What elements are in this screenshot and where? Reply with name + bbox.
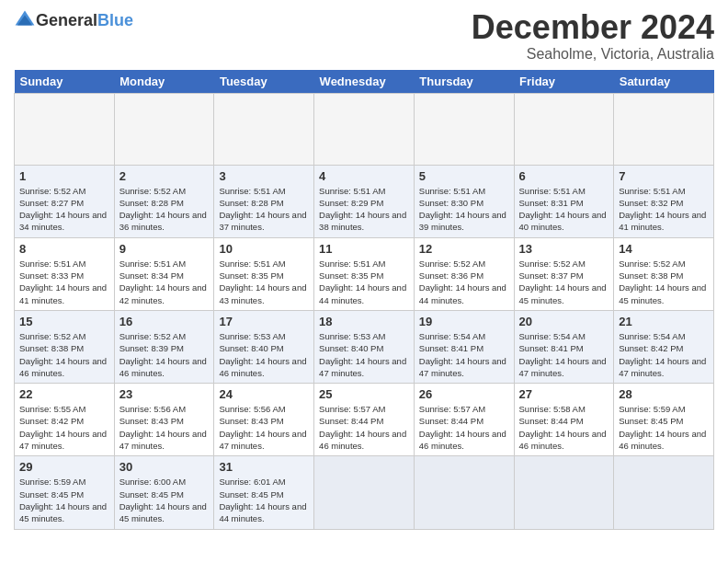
calendar-cell: 12Sunrise: 5:52 AMSunset: 8:36 PMDayligh… [414, 237, 514, 310]
day-number: 25 [319, 387, 409, 401]
day-info: Sunrise: 5:53 AMSunset: 8:40 PMDaylight:… [319, 330, 409, 379]
month-title: December 2024 [472, 9, 714, 46]
day-info: Sunrise: 5:57 AMSunset: 8:44 PMDaylight:… [419, 403, 509, 452]
day-number: 4 [319, 169, 409, 183]
day-info: Sunrise: 5:51 AMSunset: 8:30 PMDaylight:… [419, 185, 509, 234]
calendar-cell [214, 93, 314, 165]
calendar-cell [514, 93, 614, 165]
calendar-cell: 10Sunrise: 5:51 AMSunset: 8:35 PMDayligh… [214, 237, 314, 310]
col-tuesday: Tuesday [214, 70, 314, 94]
calendar-week-5: 29Sunrise: 5:59 AMSunset: 8:45 PMDayligh… [15, 456, 714, 529]
day-info: Sunrise: 5:52 AMSunset: 8:27 PMDaylight:… [19, 185, 109, 234]
header: GeneralBlue December 2024 Seaholme, Vict… [14, 9, 714, 63]
calendar-cell [414, 456, 514, 529]
col-saturday: Saturday [614, 70, 714, 94]
day-info: Sunrise: 5:56 AMSunset: 8:43 PMDaylight:… [119, 403, 210, 452]
calendar-cell [414, 93, 514, 165]
calendar-cell: 14Sunrise: 5:52 AMSunset: 8:38 PMDayligh… [614, 237, 714, 310]
day-number: 10 [219, 242, 309, 256]
calendar-cell: 24Sunrise: 5:56 AMSunset: 8:43 PMDayligh… [214, 384, 314, 456]
calendar-cell [614, 93, 714, 165]
day-number: 6 [519, 169, 609, 183]
calendar-cell [614, 456, 714, 529]
header-row: Sunday Monday Tuesday Wednesday Thursday… [15, 70, 714, 94]
day-number: 2 [119, 169, 210, 183]
day-info: Sunrise: 5:51 AMSunset: 8:32 PMDaylight:… [619, 185, 709, 234]
calendar-cell: 9Sunrise: 5:51 AMSunset: 8:34 PMDaylight… [114, 237, 214, 310]
calendar-cell: 3Sunrise: 5:51 AMSunset: 8:28 PMDaylight… [214, 165, 314, 237]
day-number: 7 [619, 169, 709, 183]
calendar-week-4: 22Sunrise: 5:55 AMSunset: 8:42 PMDayligh… [15, 384, 714, 456]
logo-icon [14, 9, 36, 31]
logo-blue: Blue [97, 11, 133, 29]
day-info: Sunrise: 5:55 AMSunset: 8:42 PMDaylight:… [19, 403, 109, 452]
calendar-cell: 2Sunrise: 5:52 AMSunset: 8:28 PMDaylight… [114, 165, 214, 237]
day-number: 5 [419, 169, 509, 183]
day-info: Sunrise: 5:54 AMSunset: 8:41 PMDaylight:… [419, 330, 509, 379]
day-info: Sunrise: 5:52 AMSunset: 8:39 PMDaylight:… [119, 330, 210, 379]
day-info: Sunrise: 6:01 AMSunset: 8:45 PMDaylight:… [219, 476, 309, 524]
calendar-cell: 29Sunrise: 5:59 AMSunset: 8:45 PMDayligh… [15, 456, 115, 529]
calendar-cell: 31Sunrise: 6:01 AMSunset: 8:45 PMDayligh… [214, 456, 314, 529]
calendar-cell: 16Sunrise: 5:52 AMSunset: 8:39 PMDayligh… [114, 310, 214, 383]
col-sunday: Sunday [15, 70, 115, 94]
day-number: 3 [219, 169, 309, 183]
day-info: Sunrise: 5:59 AMSunset: 8:45 PMDaylight:… [19, 476, 109, 524]
title-section: December 2024 Seaholme, Victoria, Austra… [472, 9, 714, 63]
day-number: 9 [119, 242, 210, 256]
day-info: Sunrise: 5:52 AMSunset: 8:37 PMDaylight:… [519, 258, 609, 306]
day-info: Sunrise: 5:51 AMSunset: 8:31 PMDaylight:… [519, 185, 609, 234]
calendar-week-0 [15, 93, 714, 165]
day-number: 21 [619, 315, 709, 328]
calendar-cell: 19Sunrise: 5:54 AMSunset: 8:41 PMDayligh… [414, 310, 514, 383]
day-number: 13 [519, 242, 609, 256]
col-monday: Monday [114, 70, 214, 94]
day-info: Sunrise: 5:51 AMSunset: 8:29 PMDaylight:… [319, 185, 409, 234]
day-number: 11 [319, 242, 409, 256]
calendar-cell: 20Sunrise: 5:54 AMSunset: 8:41 PMDayligh… [514, 310, 614, 383]
day-info: Sunrise: 5:56 AMSunset: 8:43 PMDaylight:… [219, 403, 309, 452]
calendar-cell: 23Sunrise: 5:56 AMSunset: 8:43 PMDayligh… [114, 384, 214, 456]
day-info: Sunrise: 5:51 AMSunset: 8:35 PMDaylight:… [219, 258, 309, 306]
day-info: Sunrise: 5:57 AMSunset: 8:44 PMDaylight:… [319, 403, 409, 452]
day-number: 23 [119, 387, 210, 401]
day-info: Sunrise: 5:52 AMSunset: 8:38 PMDaylight:… [19, 330, 109, 379]
calendar-week-1: 1Sunrise: 5:52 AMSunset: 8:27 PMDaylight… [15, 165, 714, 237]
day-number: 22 [19, 387, 109, 401]
day-info: Sunrise: 5:51 AMSunset: 8:33 PMDaylight:… [19, 258, 109, 306]
calendar-cell [314, 93, 415, 165]
calendar-cell: 15Sunrise: 5:52 AMSunset: 8:38 PMDayligh… [15, 310, 115, 383]
day-info: Sunrise: 5:54 AMSunset: 8:41 PMDaylight:… [519, 330, 609, 379]
calendar-cell: 11Sunrise: 5:51 AMSunset: 8:35 PMDayligh… [314, 237, 415, 310]
day-number: 20 [519, 315, 609, 328]
calendar-cell [114, 93, 214, 165]
day-number: 16 [119, 315, 210, 328]
day-number: 12 [419, 242, 509, 256]
day-info: Sunrise: 5:54 AMSunset: 8:42 PMDaylight:… [619, 330, 709, 379]
calendar-cell: 22Sunrise: 5:55 AMSunset: 8:42 PMDayligh… [15, 384, 115, 456]
location-subtitle: Seaholme, Victoria, Australia [472, 46, 714, 63]
day-info: Sunrise: 5:52 AMSunset: 8:38 PMDaylight:… [619, 258, 709, 306]
calendar-cell: 30Sunrise: 6:00 AMSunset: 8:45 PMDayligh… [114, 456, 214, 529]
day-number: 17 [219, 315, 309, 328]
day-info: Sunrise: 5:51 AMSunset: 8:34 PMDaylight:… [119, 258, 210, 306]
day-number: 30 [119, 460, 210, 474]
calendar-cell: 4Sunrise: 5:51 AMSunset: 8:29 PMDaylight… [314, 165, 415, 237]
day-number: 1 [19, 169, 109, 183]
day-number: 15 [19, 315, 109, 328]
calendar-cell: 1Sunrise: 5:52 AMSunset: 8:27 PMDaylight… [15, 165, 115, 237]
day-number: 29 [19, 460, 109, 474]
calendar-week-2: 8Sunrise: 5:51 AMSunset: 8:33 PMDaylight… [15, 237, 714, 310]
calendar-week-3: 15Sunrise: 5:52 AMSunset: 8:38 PMDayligh… [15, 310, 714, 383]
day-number: 18 [319, 315, 409, 328]
calendar-cell: 28Sunrise: 5:59 AMSunset: 8:45 PMDayligh… [614, 384, 714, 456]
day-number: 19 [419, 315, 509, 328]
calendar-cell [314, 456, 415, 529]
calendar-cell: 27Sunrise: 5:58 AMSunset: 8:44 PMDayligh… [514, 384, 614, 456]
day-number: 31 [219, 460, 309, 474]
calendar-cell: 7Sunrise: 5:51 AMSunset: 8:32 PMDaylight… [614, 165, 714, 237]
day-number: 14 [619, 242, 709, 256]
day-info: Sunrise: 5:52 AMSunset: 8:28 PMDaylight:… [119, 185, 210, 234]
calendar-cell: 25Sunrise: 5:57 AMSunset: 8:44 PMDayligh… [314, 384, 415, 456]
col-wednesday: Wednesday [314, 70, 415, 94]
